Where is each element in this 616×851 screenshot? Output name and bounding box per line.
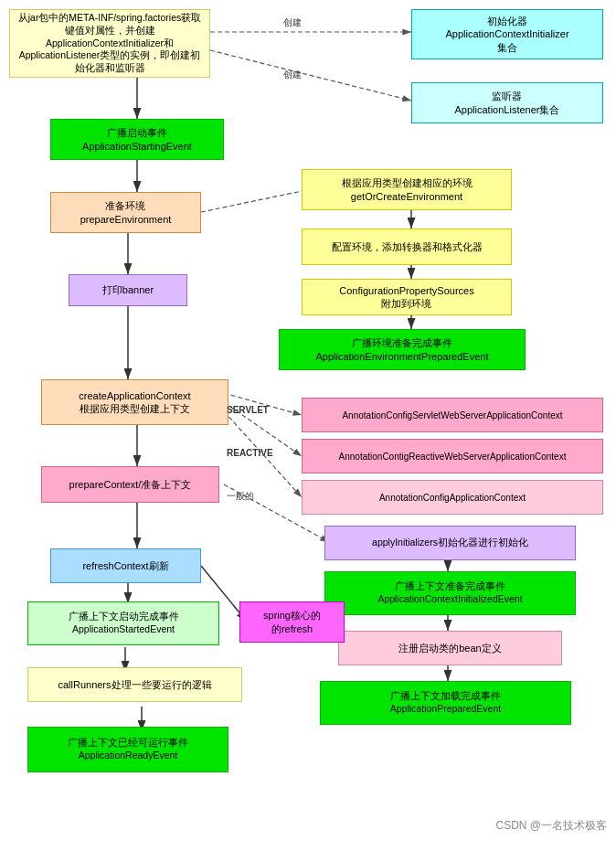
- prepare-env-node: 准备环境 prepareEnvironment: [50, 192, 201, 233]
- general-label: 一般的: [227, 490, 254, 503]
- servlet-ctx-node: AnnotationConfigServletWebServerApplicat…: [302, 398, 603, 432]
- jar-meta-node: 从jar包中的META-INF/spring.factories获取键值对属性，…: [9, 9, 210, 78]
- initializer-node: 初始化器 ApplicationContextInitializer 集合: [411, 9, 603, 59]
- svg-line-1: [210, 50, 411, 101]
- create-ctx-node: createApplicationContext 根据应用类型创建上下文: [41, 379, 228, 425]
- apply-initializers-node: applyInitializers初始化器进行初始化: [324, 526, 576, 560]
- servlet-label: SERVLET: [227, 405, 269, 415]
- reactive-label: REACTIVE: [227, 448, 273, 458]
- default-ctx-node: AnnotationConfigApplicationContext: [302, 480, 603, 515]
- spring-refresh-node: spring核心的 的refresh: [239, 601, 345, 643]
- config-prop-sources-node: ConfigurationPropertySources 附加到环境: [302, 279, 512, 315]
- call-runners-node: callRunners处理一些要运行的逻辑: [27, 667, 242, 702]
- print-banner-node: 打印banner: [69, 274, 187, 306]
- watermark: CSDN @一名技术极客: [495, 818, 607, 834]
- create1-label: 创建: [283, 16, 302, 29]
- create2-label: 创建: [283, 69, 302, 81]
- register-bean-node: 注册启动类的bean定义: [338, 631, 562, 665]
- diagram-container: 从jar包中的META-INF/spring.factories获取键值对属性，…: [0, 0, 616, 841]
- listener-node: 监听器 ApplicationListener集合: [411, 82, 603, 123]
- refresh-ctx-node: refreshContext刷新: [50, 548, 201, 583]
- svg-line-4: [201, 189, 311, 212]
- get-or-create-node: 根据应用类型创建相应的环境 getOrCreateEnvironment: [302, 169, 512, 210]
- config-env-node: 配置环境，添加转换器和格式化器: [302, 229, 512, 265]
- broadcast-ctx-loaded-node: 广播上下文加载完成事件 ApplicationPreparedEvent: [320, 681, 571, 725]
- reactive-ctx-node: AnnotationContigReactiveWebServerApplica…: [302, 439, 603, 473]
- broadcast-env-ready-node: 广播环境准备完成事件 ApplicationEnvironmentPrepare…: [279, 329, 526, 370]
- broadcast-start-node: 广播启动事件 ApplicationStartingEvent: [50, 119, 224, 160]
- broadcast-ctx-ready-node: 广播上下文准备完成事件 ApplicationContextInitialize…: [324, 571, 576, 615]
- broadcast-started-node: 广播上下文启动完成事件 ApplicationStartedEvent: [27, 601, 219, 645]
- broadcast-ready-node: 广播上下文已经可运行事件 ApplicationReadyEvent: [27, 727, 228, 772]
- prepare-ctx-node: prepareContext/准备上下文: [41, 466, 219, 503]
